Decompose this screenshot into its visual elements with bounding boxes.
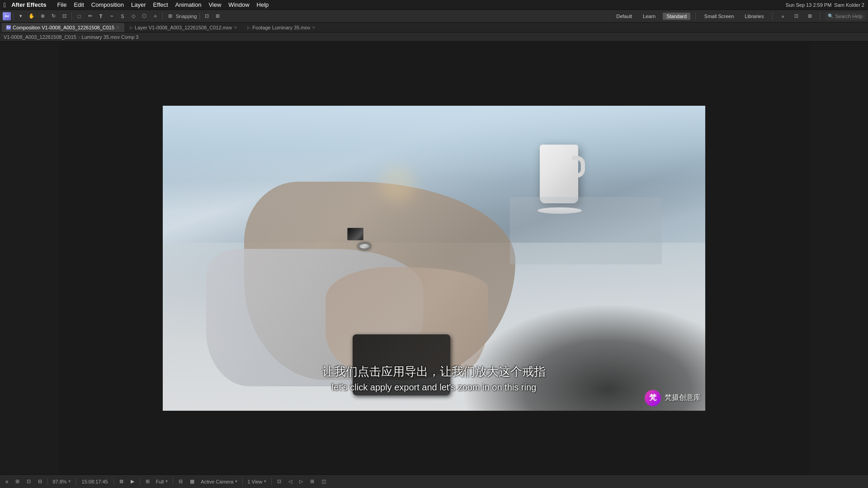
- video-frame: 让我们点击应用导出，让我们放大这个戒指 let's click apply ex…: [163, 106, 705, 411]
- watermark-label: 梵摄创意库: [665, 393, 701, 403]
- menu-window[interactable]: Window: [225, 0, 253, 10]
- tool-extra-2[interactable]: ⊞: [213, 11, 223, 21]
- tool-rotate[interactable]: ↻: [48, 11, 58, 21]
- view-btn-1[interactable]: ⊡: [274, 478, 284, 485]
- comp-tab-close[interactable]: ✕: [116, 25, 120, 30]
- tool-puppet[interactable]: ⟡: [150, 11, 160, 21]
- comp-tab-label: Composition V1-0008_A003_12261508_C015: [13, 25, 114, 30]
- workspace-libraries[interactable]: Libraries: [741, 13, 767, 20]
- search-bar[interactable]: 🔍 Search Help: [825, 12, 865, 20]
- snap-label: Snapping: [176, 14, 197, 19]
- breadcrumb-bar: V1-0008_A003_12261508_C015 › Luminary 35…: [0, 33, 868, 42]
- tool-roto[interactable]: ⬡: [139, 11, 149, 21]
- frame-control-3[interactable]: ⊟: [35, 478, 45, 485]
- bottom-sep-1: [47, 478, 48, 485]
- view-btn-3[interactable]: ▷: [297, 478, 306, 485]
- view-count-label: 1 View: [247, 479, 262, 484]
- bottom-sep-4: [140, 478, 140, 485]
- grid-guide-btn[interactable]: ▦: [187, 478, 197, 485]
- layer-tab-icon: ▷: [130, 25, 133, 30]
- ae-toolbar: Ae ▾ ✋ ⊕ ↻ ⊡ □ ✏ T ⌁ S ◇ ⬡ ⟡ ⊞ Snapping …: [0, 10, 868, 23]
- tab-bar: Ae Composition V1-0008_A003_12261508_C01…: [0, 23, 868, 33]
- breadcrumb-item-1[interactable]: V1-0008_A003_12261508_C015: [4, 34, 76, 40]
- apple-icon[interactable]: : [4, 1, 6, 9]
- menu-effect[interactable]: Effect: [150, 0, 172, 10]
- layer-tab[interactable]: ▷ Layer V1-0008_A003_12261508_C012.mov ✕: [125, 23, 242, 32]
- watermark-logo-text: 梵: [649, 393, 656, 403]
- ring-thumbnail: [347, 228, 363, 240]
- timecode-display[interactable]: 15:08:17:45: [79, 478, 111, 485]
- keyboard-hint: [510, 197, 662, 264]
- panel-btn-1[interactable]: ⊡: [791, 11, 801, 21]
- zoom-dropdown[interactable]: 87.8% ▼: [51, 479, 73, 485]
- snap-checkbox[interactable]: ⊞: [165, 11, 175, 21]
- breadcrumb-item-2[interactable]: Luminary 35.mov Comp 3: [82, 34, 139, 40]
- comp-tab-icon: Ae: [6, 25, 11, 30]
- subtitle-english: let's click apply export and let's zoom …: [190, 382, 678, 393]
- mug-handle: [572, 156, 585, 178]
- zoom-value: 87.8%: [52, 479, 66, 484]
- timecode-value: 15:08:17:45: [82, 479, 108, 484]
- search-icon: 🔍: [828, 14, 833, 19]
- menu-file[interactable]: File: [53, 0, 70, 10]
- workspace-expand[interactable]: »: [778, 11, 788, 21]
- layer-tab-close[interactable]: ✕: [234, 25, 237, 30]
- footage-tab-label: Footage Luminary 35.mov: [252, 25, 310, 30]
- tool-brush[interactable]: ⌁: [107, 11, 117, 21]
- ws-sep: [695, 13, 696, 20]
- workspace-learn[interactable]: Learn: [639, 13, 659, 20]
- toolbar-sep-4: [199, 13, 200, 20]
- color-mgmt-btn[interactable]: ⊞: [143, 478, 152, 485]
- workspace-standard[interactable]: Standard: [663, 13, 690, 20]
- tool-pen[interactable]: ✏: [85, 11, 95, 21]
- tool-zoom[interactable]: ⊕: [38, 11, 47, 21]
- scene-background: 让我们点击应用导出，让我们放大这个戒指 let's click apply ex…: [163, 106, 705, 411]
- tool-text[interactable]: T: [96, 11, 106, 21]
- datetime: Sun Sep 13 2:59 PM: [786, 2, 832, 8]
- workspace-default[interactable]: Default: [613, 13, 636, 20]
- frame-control-1[interactable]: ⊞: [13, 478, 22, 485]
- ws-sep-2: [772, 13, 773, 20]
- menu-layer[interactable]: Layer: [127, 0, 150, 10]
- toolbar-sep-2: [71, 13, 72, 20]
- region-marker-btn[interactable]: ⊠: [117, 478, 126, 485]
- workspace-small[interactable]: Small Screen: [701, 13, 737, 20]
- camera-dropdown[interactable]: Active Camera ▼: [199, 479, 240, 485]
- tool-rect[interactable]: □: [74, 11, 84, 21]
- tool-eraser[interactable]: ◇: [128, 11, 138, 21]
- quality-label: Full: [156, 479, 164, 484]
- view-count-arrow: ▼: [263, 479, 267, 483]
- footage-tab[interactable]: ▷ Footage Luminary 35.mov ✕: [243, 23, 320, 32]
- tool-clone[interactable]: S: [118, 11, 127, 21]
- view-btn-5[interactable]: ◫: [319, 478, 329, 485]
- footage-tab-close[interactable]: ✕: [312, 25, 316, 30]
- watermark-logo: 梵: [645, 390, 661, 406]
- zoom-arrow: ▼: [68, 479, 71, 483]
- view-btn-2[interactable]: ◁: [286, 478, 295, 485]
- menu-help[interactable]: Help: [253, 0, 273, 10]
- comp-tab[interactable]: Ae Composition V1-0008_A003_12261508_C01…: [2, 23, 124, 32]
- view-count-dropdown[interactable]: 1 View ▼: [245, 479, 269, 485]
- quality-dropdown[interactable]: Full ▼: [154, 479, 170, 485]
- subtitle-overlay: 让我们点击应用导出，让我们放大这个戒指 let's click apply ex…: [190, 364, 678, 393]
- play-area-btn[interactable]: ▶: [128, 478, 137, 485]
- search-sep: [820, 13, 820, 20]
- transparency-grid-btn[interactable]: ⊟: [176, 478, 185, 485]
- tool-extra-1[interactable]: ⊡: [202, 11, 212, 21]
- quality-arrow: ▼: [165, 479, 168, 483]
- ae-app-icon: Ae: [3, 12, 11, 20]
- menu-view[interactable]: View: [205, 0, 225, 10]
- frame-control-2[interactable]: ⊡: [24, 478, 33, 485]
- view-btn-4[interactable]: ⊞: [307, 478, 317, 485]
- tool-hand[interactable]: ✋: [27, 11, 37, 21]
- panel-btn-2[interactable]: ⊞: [805, 11, 815, 21]
- tool-track-behind[interactable]: ⊡: [59, 11, 69, 21]
- tool-select[interactable]: ▾: [16, 11, 26, 21]
- menu-animation[interactable]: Animation: [172, 0, 205, 10]
- breadcrumb-sep: ›: [78, 34, 80, 40]
- camera-arrow: ▼: [234, 479, 238, 483]
- menu-edit[interactable]: Edit: [70, 0, 87, 10]
- panel-menu-btn[interactable]: ≡: [3, 478, 11, 485]
- bottom-sep-6: [242, 478, 243, 485]
- menu-composition[interactable]: Composition: [88, 0, 127, 10]
